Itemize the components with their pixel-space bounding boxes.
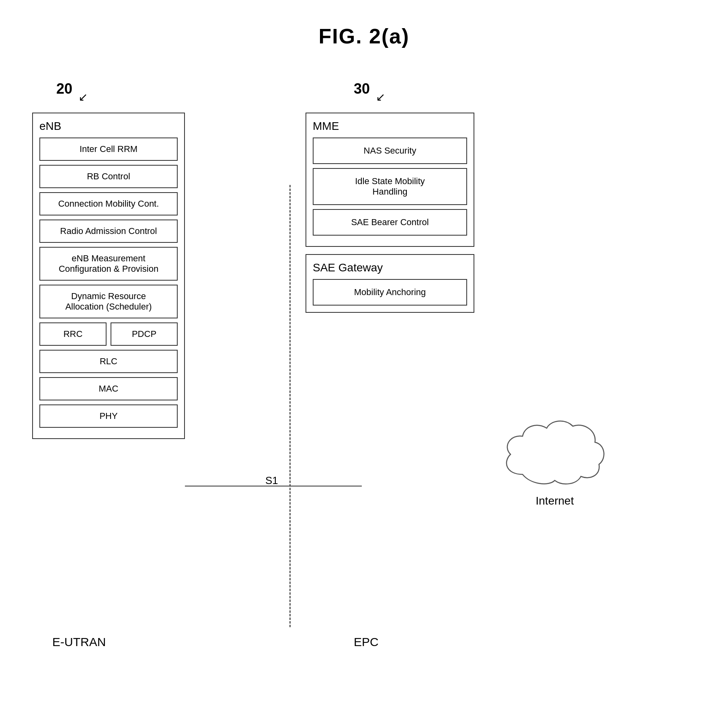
dashed-separator [289,185,291,627]
mme-box: MME NAS Security Idle State Mobility Han… [306,113,474,247]
pdcp: PDCP [111,322,178,346]
enb-label: eNB [39,120,178,133]
rlc: RLC [39,350,178,373]
phy: PHY [39,404,178,428]
enb-measurement: eNB Measurement Configuration & Provisio… [39,247,178,281]
connection-mobility: Connection Mobility Cont. [39,192,178,215]
internet-label: Internet [498,495,611,507]
mme-label: MME [313,120,467,133]
enb-arrow: ↙ [78,90,88,104]
enb-container: 20 ↙ eNB Inter Cell RRM RB Control Conne… [32,113,185,439]
enb-number: 20 [56,80,72,97]
eutran-label: E-UTRAN [52,635,106,649]
sae-bearer-control: SAE Bearer Control [313,209,467,236]
s1-label: S1 [265,474,278,487]
page-title: FIG. 2(a) [0,0,728,48]
cloud-svg [498,418,611,490]
dynamic-resource: Dynamic Resource Allocation (Scheduler) [39,285,178,318]
radio-admission: Radio Admission Control [39,220,178,243]
sae-gateway-box: SAE Gateway Mobility Anchoring [306,254,474,313]
rrc-pdcp-row: RRC PDCP [39,322,178,346]
mac: MAC [39,377,178,400]
diagram-area: 20 ↙ eNB Inter Cell RRM RB Control Conne… [0,64,728,710]
mme-arrow: ↙ [376,90,385,104]
internet-cloud: Internet [498,418,611,507]
idle-state-mobility: Idle State Mobility Handling [313,168,467,205]
mobility-anchoring: Mobility Anchoring [313,279,467,306]
mme-number: 30 [354,80,370,97]
nas-security: NAS Security [313,137,467,164]
sae-gateway-label: SAE Gateway [313,261,467,274]
epc-container: 30 ↙ MME NAS Security Idle State Mobilit… [306,113,474,313]
epc-label: EPC [354,635,379,649]
inter-cell-rrm: Inter Cell RRM [39,137,178,161]
enb-outer-box: eNB Inter Cell RRM RB Control Connection… [32,113,185,439]
rrc: RRC [39,322,107,346]
rb-control: RB Control [39,165,178,188]
